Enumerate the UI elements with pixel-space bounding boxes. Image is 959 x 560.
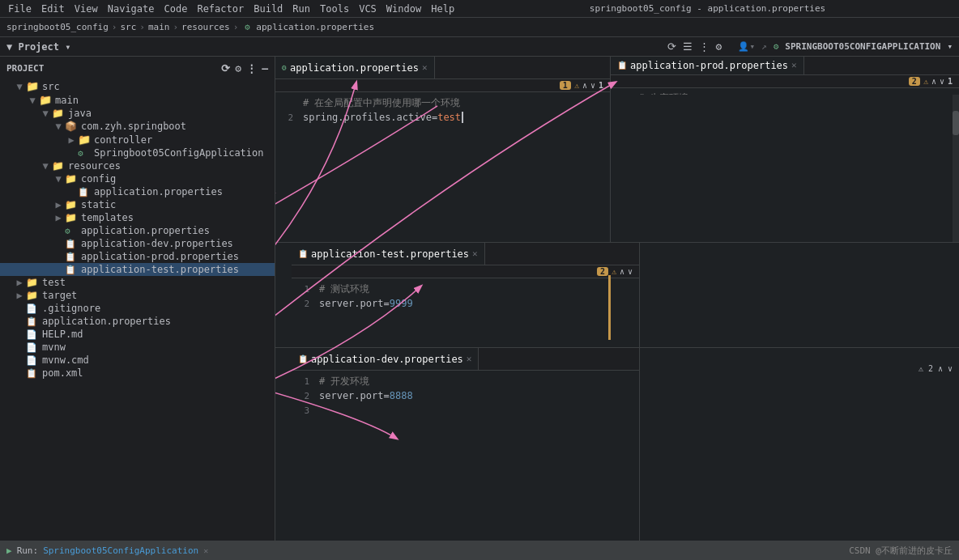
nav-up-test[interactable]: ∧	[620, 267, 624, 276]
menu-vcs[interactable]: VCS	[354, 3, 381, 15]
tree-item-gitignore[interactable]: 📄 .gitignore	[0, 302, 275, 315]
nav-down-main[interactable]: ∨	[590, 81, 595, 90]
tab-test[interactable]: 📋 application-test.properties ✕	[292, 243, 485, 265]
editor-content-test[interactable]: 1 # 测试环境 2 server.port=9999	[292, 278, 639, 347]
tree-item-static[interactable]: ▶ 📁 static	[0, 198, 275, 211]
dropdown-icon[interactable]: ▾	[947, 41, 953, 52]
menu-file[interactable]: File	[3, 3, 36, 15]
nav-up-prod[interactable]: ∧	[931, 77, 936, 86]
tab-bar-dev: 📋 application-dev.properties ✕	[292, 348, 639, 371]
tree-item-app-test[interactable]: 📋 application-test.properties	[0, 263, 275, 276]
tab-dev-close[interactable]: ✕	[467, 354, 472, 364]
pom-icon: 📋	[26, 368, 39, 379]
run-close-icon[interactable]: ✕	[203, 546, 208, 555]
mvnw-icon: 📄	[26, 342, 39, 353]
scroll-indicator-test	[608, 275, 611, 340]
code-line-1: # 在全局配置中声明使用哪一个环境	[275, 95, 610, 110]
line-num-main: 1	[599, 81, 603, 90]
tree-item-config[interactable]: ▼ 📁 config	[0, 172, 275, 185]
status-right: CSDN @不断前进的皮卡丘	[849, 545, 953, 557]
sidebar-gear-icon[interactable]: ⚙	[235, 62, 241, 74]
tree-item-app-prod[interactable]: 📋 application-prod.properties	[0, 250, 275, 263]
nav-up-main[interactable]: ∧	[582, 81, 587, 90]
tree-item-package[interactable]: ▼ 📦 com.zyh.springboot	[0, 120, 275, 133]
breadcrumb: springboot05_config › src › main › resou…	[0, 18, 959, 37]
scrollbar-thumb-prod	[953, 111, 959, 135]
tree-item-app-props-root[interactable]: 📋 application.properties	[0, 315, 275, 328]
breadcrumb-file[interactable]: application.properties	[256, 22, 374, 32]
run-icon: ▶	[6, 545, 12, 556]
tree-item-test[interactable]: ▶ 📁 test	[0, 276, 275, 289]
tree-item-mvnw[interactable]: 📄 mvnw	[0, 341, 275, 354]
options-icon[interactable]: ⋮	[699, 40, 710, 53]
arrow-icon[interactable]: ↗	[761, 41, 767, 52]
nav-down-test[interactable]: ∨	[628, 267, 633, 276]
breadcrumb-main[interactable]: main	[148, 22, 170, 32]
tree-item-java[interactable]: ▼ 📁 java	[0, 107, 275, 120]
tree-item-main[interactable]: ▼ 📁 main	[0, 93, 275, 107]
nav-down-prod[interactable]: ∨	[940, 77, 944, 86]
menu-refactor[interactable]: Refactor	[192, 3, 249, 15]
tree-item-mvnw-cmd[interactable]: 📄 mvnw.cmd	[0, 354, 275, 367]
tab-main-props[interactable]: ⚙ application.properties ✕	[275, 57, 435, 79]
menu-code[interactable]: Code	[160, 3, 193, 15]
menu-navigate[interactable]: Navigate	[103, 3, 160, 15]
tab-main-props-label: application.properties	[290, 62, 419, 74]
menu-build[interactable]: Build	[249, 3, 288, 15]
editor-row-top: ⚙ application.properties ✕ 1 ⚠ ∧ ∨ 1	[275, 57, 959, 243]
tab-dev[interactable]: 📋 application-dev.properties ✕	[292, 348, 479, 371]
tree-item-app-props-config[interactable]: 📋 application.properties	[0, 185, 275, 198]
tree-item-app-dev[interactable]: 📋 application-dev.properties	[0, 237, 275, 250]
menu-view[interactable]: View	[70, 3, 103, 15]
tree-item-resources[interactable]: ▼ 📁 resources	[0, 159, 275, 172]
menu-tools[interactable]: Tools	[315, 3, 354, 15]
menu-edit[interactable]: Edit	[36, 3, 70, 15]
breadcrumb-resources[interactable]: resources	[181, 22, 230, 32]
tab-prod-close[interactable]: ✕	[791, 60, 797, 70]
tree-item-templates[interactable]: ▶ 📁 templates	[0, 211, 275, 224]
tree-item-app-props[interactable]: ⚙ application.properties	[0, 224, 275, 237]
tab-test-icon: 📋	[298, 249, 308, 258]
tab-prod-icon: 📋	[617, 61, 627, 70]
editor-panel-prod: 📋 application-prod.properties ✕ 2 ⚠ ∧ ∨ …	[611, 57, 959, 242]
editor-content-prod[interactable]: 1 # 生产环境 2 server.port=8080	[611, 88, 959, 95]
editor-content-main[interactable]: # 在全局配置中声明使用哪一个环境 2 spring.profiles.acti…	[275, 92, 610, 242]
tab-bar-main-props: ⚙ application.properties ✕	[275, 57, 610, 79]
scrollbar-prod[interactable]	[953, 95, 959, 242]
tree-item-help[interactable]: 📄 HELP.md	[0, 328, 275, 341]
tab-main-props-close[interactable]: ✕	[422, 62, 428, 73]
editor-content-dev[interactable]: 1 # 开发环境 2 server.port=8888 3	[292, 371, 639, 541]
tab-prod[interactable]: 📋 application-prod.properties ✕	[611, 57, 804, 75]
menu-run[interactable]: Run	[288, 3, 315, 15]
editor-row-bottom: 📋 application-dev.properties ✕ 1 # 开发环境 …	[275, 348, 959, 541]
folder-icon-java: 📁	[52, 108, 65, 119]
settings-icon[interactable]: ⚙	[716, 40, 722, 53]
test-props-icon: 📋	[65, 265, 78, 275]
breadcrumb-project[interactable]: springboot05_config	[6, 22, 109, 32]
tree-item-pom[interactable]: 📋 pom.xml	[0, 367, 275, 380]
folder-icon-resources: 📁	[52, 160, 65, 172]
tree-item-target[interactable]: ▶ 📁 target	[0, 289, 275, 302]
app-props-root-icon: 📋	[26, 316, 39, 327]
code-line-dev-3: 3	[292, 403, 639, 418]
breadcrumb-src[interactable]: src	[120, 22, 136, 32]
menu-window[interactable]: Window	[381, 3, 426, 15]
spring-icon: ⚙	[241, 22, 253, 33]
tab-prod-label: application-prod.properties	[630, 60, 788, 71]
sidebar-sync-icon[interactable]: ⟳	[221, 62, 230, 74]
java-icon: ⚙	[78, 148, 91, 159]
sidebar-more-icon[interactable]: ⋮	[246, 62, 257, 74]
package-icon: 📦	[65, 121, 78, 132]
code-line-dev-2: 2 server.port=8888	[292, 388, 639, 403]
list-icon[interactable]: ☰	[683, 40, 693, 53]
dev-props-icon: 📋	[65, 239, 78, 249]
tree-item-src[interactable]: ▼ 📁 src	[0, 79, 275, 93]
user-icon[interactable]: 👤▾	[738, 41, 755, 52]
tab-test-close[interactable]: ✕	[472, 248, 478, 259]
menu-help[interactable]: Help	[426, 3, 459, 15]
tree-item-springapp[interactable]: ⚙ Springboot05ConfigApplication	[0, 146, 275, 159]
tree-item-controller[interactable]: ▶ 📁 controller	[0, 133, 275, 146]
sidebar-collapse-icon[interactable]: —	[262, 62, 268, 74]
sync-icon[interactable]: ⟳	[667, 40, 676, 53]
app-run-label[interactable]: Springboot05ConfigApplication	[43, 545, 198, 556]
